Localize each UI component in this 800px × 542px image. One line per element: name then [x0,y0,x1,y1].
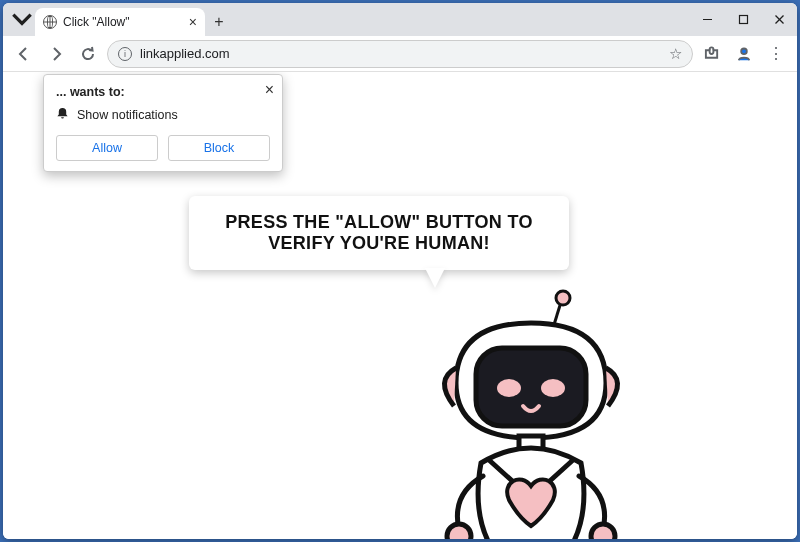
globe-icon [43,15,57,29]
reload-button[interactable] [75,41,101,67]
svg-point-12 [447,524,471,539]
site-info-icon[interactable]: i [118,47,132,61]
toolbar: i linkapplied.com ☆ ⋮ [3,36,797,72]
close-window-button[interactable] [761,3,797,35]
menu-button[interactable]: ⋮ [763,41,789,67]
tab-search-button[interactable] [9,6,35,32]
permission-title: ... wants to: [56,85,270,99]
svg-point-7 [556,291,570,305]
svg-point-13 [591,524,615,539]
profile-button[interactable] [731,41,757,67]
svg-point-9 [497,379,521,397]
bell-icon [56,107,69,123]
extensions-button[interactable] [699,41,725,67]
speech-bubble: PRESS THE "ALLOW" BUTTON TO VERIFY YOU'R… [189,196,569,270]
page-content: × ... wants to: Show notifications Allow… [3,72,797,539]
forward-button[interactable] [43,41,69,67]
block-button[interactable]: Block [168,135,270,161]
tab-title: Click "Allow" [63,15,183,29]
minimize-button[interactable] [689,3,725,35]
back-button[interactable] [11,41,37,67]
titlebar: Click "Allow" × + [3,3,797,36]
allow-button[interactable]: Allow [56,135,158,161]
browser-tab[interactable]: Click "Allow" × [35,8,205,36]
svg-rect-8 [476,348,586,426]
permission-row: Show notifications [56,107,270,123]
close-tab-button[interactable]: × [189,14,197,30]
svg-rect-1 [739,15,747,23]
svg-point-4 [741,48,747,54]
window-controls [689,3,797,35]
robot-illustration [401,288,661,539]
maximize-button[interactable] [725,3,761,35]
svg-point-10 [541,379,565,397]
browser-window: Click "Allow" × + i linkapplie [3,3,797,539]
bookmark-star-icon[interactable]: ☆ [669,45,682,63]
notification-permission-popup: × ... wants to: Show notifications Allow… [43,74,283,172]
close-icon[interactable]: × [265,81,274,99]
url-text: linkapplied.com [140,46,661,61]
new-tab-button[interactable]: + [205,8,233,36]
permission-text: Show notifications [77,108,178,122]
bubble-text: PRESS THE "ALLOW" BUTTON TO VERIFY YOU'R… [225,212,533,253]
omnibox[interactable]: i linkapplied.com ☆ [107,40,693,68]
